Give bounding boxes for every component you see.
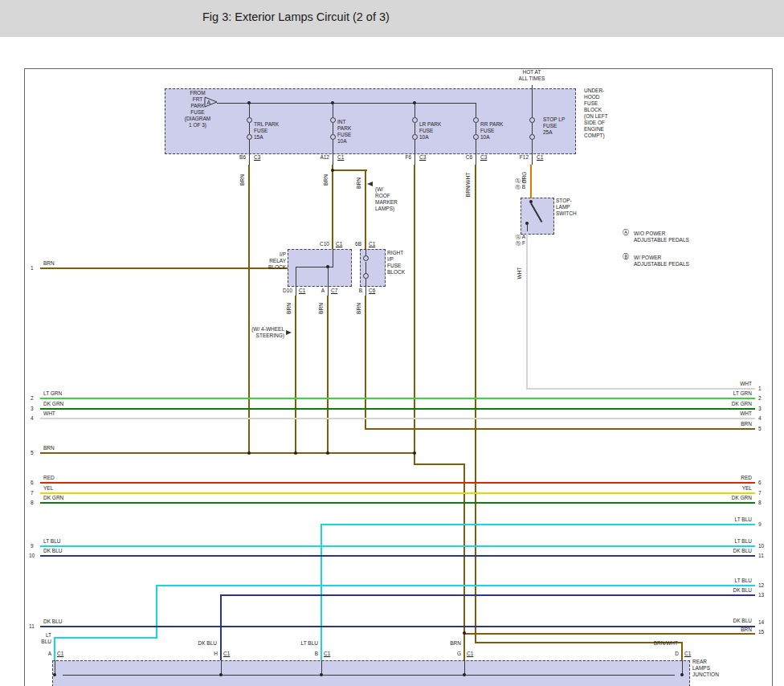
junction-wire-label: LT BLU xyxy=(291,640,318,647)
row-label: WHT xyxy=(672,410,752,417)
row-label: WHT xyxy=(43,410,55,417)
fuseblock-internal-line xyxy=(365,262,366,274)
right-ip-fuse-block-label: RIGHT I/P FUSE BLOCK xyxy=(387,250,405,276)
row-label: LT GRN xyxy=(43,390,62,397)
row-number: 8 xyxy=(758,500,762,506)
connector-pin: A12 xyxy=(312,154,329,161)
row-number: 4 xyxy=(31,415,34,422)
junction-dot xyxy=(326,265,329,268)
block-exit-stub xyxy=(328,285,329,296)
fuse-stem xyxy=(249,103,250,117)
wire-brnwht-vertical xyxy=(475,165,476,643)
row-label: LT GRN xyxy=(672,390,752,397)
from-frt-park-fuse-label: FROM FRT PARK FUSE (DIAGRAM 1 OF 3) xyxy=(179,90,216,129)
junction-dot xyxy=(320,673,323,676)
wire-ltblu-to-b xyxy=(321,524,322,660)
connector-id: C1 xyxy=(324,651,330,657)
fuse-stem xyxy=(414,103,415,117)
row-label: BRN xyxy=(672,421,752,427)
row-number: 1 xyxy=(758,386,762,392)
switch-contact-dot xyxy=(525,222,529,225)
switch-exit-stub xyxy=(527,225,528,231)
row-number: 12 xyxy=(758,582,764,589)
junction-dot xyxy=(247,451,251,455)
row-number: 8 xyxy=(31,500,34,506)
wire-row-5-right xyxy=(365,428,755,430)
switch-pins-below: Ⓐ A Ⓑ F xyxy=(504,234,525,247)
connector-pin: D xyxy=(668,651,679,657)
row-label: LT BLU xyxy=(43,538,60,545)
wire-row-2 xyxy=(40,398,755,399)
wire-color-label: BRN xyxy=(323,162,329,198)
connector-pin: 6B xyxy=(344,241,361,247)
row-number: 11 xyxy=(758,553,764,559)
wire-row-12-right xyxy=(156,585,755,586)
wire-brnwht-drop xyxy=(681,642,683,660)
row-number: 9 xyxy=(31,543,34,549)
row-label: DK GRN xyxy=(672,401,752,407)
fuse-outlet-stem xyxy=(333,140,333,165)
wire-dkblu-to-h xyxy=(220,594,222,660)
wire-color-label: BRN xyxy=(239,162,246,198)
wire-brn-a-c7 xyxy=(327,296,329,454)
row-label: DK GRN xyxy=(43,401,63,407)
switch-pins-above: Ⓐ E Ⓑ B xyxy=(504,178,525,190)
fuse-label: STOP LP FUSE 25A xyxy=(543,116,565,136)
fuse-stem xyxy=(333,103,333,117)
wire-row-10-left xyxy=(40,555,755,557)
fuse-element xyxy=(333,123,333,134)
wire-color-label: BRN xyxy=(356,165,362,201)
row-number: 5 xyxy=(758,426,762,432)
row-label: DK BLU xyxy=(43,619,62,625)
rear-lamps-junction-block xyxy=(52,660,690,686)
connector-id: C3 xyxy=(254,154,260,161)
junction-internal-bus xyxy=(63,675,675,676)
hot-feed-line xyxy=(532,85,533,117)
fuse-terminal xyxy=(473,134,479,140)
wiring-diagram-page: Fig 3: Exterior Lamps Circuit (2 of 3) xyxy=(0,0,784,686)
wire-brn-roof-marker xyxy=(365,171,366,249)
stop-lamp-switch-label: STOP- LAMP SWITCH xyxy=(556,198,577,217)
underhood-block-label: UNDER- HOOD FUSE BLOCK (ON LEFT SIDE OF … xyxy=(584,88,608,139)
junction-wire-label: LT BLU xyxy=(34,632,51,645)
fuse-terminal xyxy=(529,117,535,123)
connector-id: C1 xyxy=(467,651,473,657)
row-number: 3 xyxy=(31,406,34,412)
row-label: WHT xyxy=(672,381,752,387)
wire-color-label: BRN xyxy=(286,291,292,326)
connector-pin: H xyxy=(206,651,218,657)
row-label: LT BLU xyxy=(672,538,752,545)
fuse-terminal xyxy=(529,134,535,140)
junction-dot xyxy=(294,451,297,455)
fuse-terminal xyxy=(473,117,479,123)
connector-pin: F6 xyxy=(394,154,411,161)
junction-dot xyxy=(463,673,466,676)
roof-marker-arrow-icon xyxy=(367,182,373,186)
connector-id: C3 xyxy=(480,154,487,161)
fuseblock-internal-line xyxy=(365,279,366,285)
row-number: 1 xyxy=(31,265,34,272)
row-number: 7 xyxy=(758,490,762,496)
connector-id: C1 xyxy=(223,651,230,657)
row-label: DK BLU xyxy=(43,548,62,554)
row-number: 15 xyxy=(758,629,764,635)
row-label: YEL xyxy=(672,485,752,492)
legend-b-text: W/ POWER ADJUSTABLE PEDALS xyxy=(634,255,689,267)
wire-row-5-left xyxy=(40,452,415,454)
wire-wht-vertical xyxy=(526,231,528,389)
fuse-label: INT PARK FUSE 10A xyxy=(337,119,351,145)
fuse-stem xyxy=(476,103,476,117)
junction-dot xyxy=(219,673,223,676)
row-label: BRN xyxy=(43,445,55,451)
connector-pin: B xyxy=(307,651,318,657)
hot-at-all-times-label: HOT AT ALL TIMES xyxy=(508,69,556,82)
fuse-outlet-stem xyxy=(476,140,476,165)
ip-relay-block xyxy=(288,249,352,287)
right-ip-fuse-block xyxy=(360,249,386,287)
wire-brn-lr-park xyxy=(414,165,415,464)
fuse-label: TRL PARK FUSE 15A xyxy=(254,121,279,141)
wire-row-1-left xyxy=(40,267,288,269)
wire-brn-d10 xyxy=(295,296,296,454)
fuse-terminal xyxy=(247,134,252,140)
fuse-element xyxy=(414,123,415,134)
